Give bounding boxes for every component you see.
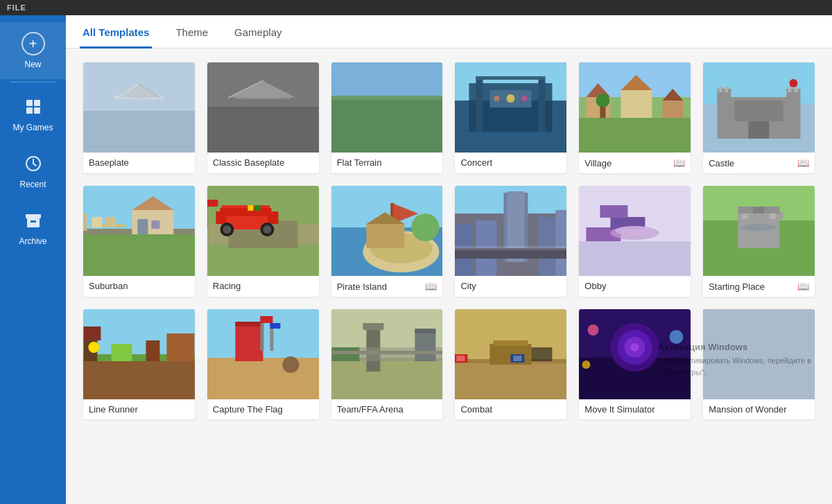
svg-rect-53 <box>788 87 792 92</box>
template-card-team-ffa-arena[interactable]: Team/FFA Arena <box>331 309 443 419</box>
template-card-concert[interactable]: Concert <box>455 62 566 173</box>
template-label-starting-place: Starting Place📖 <box>703 276 815 297</box>
tab-all-templates[interactable]: All Templates <box>80 15 152 49</box>
svg-point-32 <box>507 94 515 103</box>
template-card-capture-the-flag[interactable]: Capture The Flag <box>207 309 319 419</box>
svg-rect-100 <box>556 210 566 276</box>
title-bar-text: FILE <box>7 3 26 12</box>
thumb-svg-baseplate <box>83 62 195 153</box>
svg-rect-132 <box>235 322 263 327</box>
template-label-text-team-ffa-arena: Team/FFA Arena <box>337 404 404 415</box>
template-label-text-flat-terrain: Flat Terrain <box>337 157 382 168</box>
template-thumb-classic-baseplate <box>207 62 319 153</box>
sidebar-item-new[interactable]: + New <box>0 22 66 79</box>
svg-point-164 <box>670 330 684 344</box>
template-card-baseplate[interactable]: Baseplate <box>83 62 195 173</box>
svg-rect-124 <box>83 327 101 340</box>
book-icon-village: 📖 <box>673 157 685 168</box>
thumb-inner-team-ffa-arena <box>331 309 443 399</box>
svg-rect-148 <box>455 361 566 399</box>
svg-rect-130 <box>207 358 319 399</box>
template-card-obby[interactable]: Obby <box>579 186 691 297</box>
thumb-inner-castle <box>703 62 815 153</box>
thumb-inner-mansion-of-wonder <box>703 309 815 399</box>
template-card-move-it-simulator[interactable]: Move It Simulator <box>579 309 691 419</box>
svg-rect-83 <box>207 200 218 207</box>
template-card-classic-baseplate[interactable]: Classic Baseplate <box>207 62 319 173</box>
template-card-flat-terrain[interactable]: Flat Terrain <box>331 62 443 173</box>
svg-rect-141 <box>363 323 383 330</box>
tab-theme[interactable]: Theme <box>173 15 211 49</box>
svg-rect-29 <box>539 76 546 132</box>
template-card-racing[interactable]: Racing <box>207 186 319 297</box>
thumb-inner-city <box>455 186 566 276</box>
template-card-combat[interactable]: Combat <box>455 309 566 419</box>
svg-rect-119 <box>754 207 765 214</box>
recent-icon <box>21 152 45 175</box>
svg-point-127 <box>88 342 99 353</box>
template-thumb-combat <box>455 309 566 399</box>
tab-gameplay[interactable]: Gameplay <box>232 15 284 49</box>
templates-grid: Baseplate Classic Baseplate Flat Terrain <box>83 62 815 419</box>
thumb-inner-concert <box>455 62 566 153</box>
sidebar-item-my-games[interactable]: My Games <box>0 85 66 142</box>
template-card-starting-place[interactable]: Starting Place📖 <box>703 186 815 297</box>
thumb-inner-classic-baseplate <box>207 62 319 153</box>
thumb-inner-flat-terrain <box>331 62 443 153</box>
thumb-svg-village <box>579 62 691 153</box>
template-label-concert: Concert <box>455 153 566 173</box>
template-card-pirate-island[interactable]: Pirate Island📖 <box>331 186 443 297</box>
svg-rect-24 <box>331 96 443 100</box>
sidebar-item-new-label: New <box>24 60 41 69</box>
sidebar-item-recent[interactable]: Recent <box>0 142 66 199</box>
svg-rect-2 <box>26 107 33 114</box>
svg-rect-139 <box>331 358 443 399</box>
sidebar-item-my-games-label: My Games <box>12 123 53 132</box>
sidebar: + New My Games Re <box>0 15 66 504</box>
svg-rect-5 <box>26 214 41 218</box>
svg-point-118 <box>742 224 777 231</box>
template-label-text-classic-baseplate: Classic Baseplate <box>213 157 284 168</box>
svg-rect-66 <box>92 217 102 227</box>
sidebar-item-archive-label: Archive <box>19 236 46 246</box>
template-thumb-suburban <box>83 186 195 276</box>
thumb-svg-obby <box>579 186 691 276</box>
svg-rect-134 <box>260 316 272 323</box>
template-card-castle[interactable]: Castle📖 <box>703 62 815 173</box>
thumb-inner-move-it-simulator <box>579 309 691 399</box>
svg-rect-1 <box>34 100 40 106</box>
svg-point-34 <box>522 96 528 101</box>
template-card-city[interactable]: City <box>455 186 566 297</box>
thumb-svg-capture-the-flag <box>207 309 319 399</box>
svg-point-163 <box>588 324 599 336</box>
thumb-svg-mansion-of-wonder <box>703 309 815 399</box>
svg-point-45 <box>596 94 610 107</box>
template-label-village: Village📖 <box>579 153 691 173</box>
thumb-svg-combat <box>455 309 566 399</box>
svg-rect-59 <box>83 231 195 276</box>
svg-rect-63 <box>137 219 148 234</box>
thumb-svg-suburban <box>83 186 195 276</box>
template-label-text-mansion-of-wonder: Mansion of Wonder <box>709 404 787 415</box>
svg-rect-152 <box>532 347 553 361</box>
svg-rect-51 <box>719 87 722 92</box>
thumb-svg-classic-baseplate <box>207 62 319 153</box>
template-label-text-castle: Castle <box>709 158 734 168</box>
template-card-line-runner[interactable]: Line Runner <box>83 309 195 419</box>
svg-rect-52 <box>725 87 729 92</box>
template-thumb-starting-place <box>703 186 815 276</box>
template-label-city: City <box>455 276 566 296</box>
thumb-svg-concert <box>455 62 566 153</box>
template-label-line-runner: Line Runner <box>83 399 195 419</box>
template-card-village[interactable]: Village📖 <box>579 62 691 173</box>
template-thumb-capture-the-flag <box>207 309 319 399</box>
sidebar-item-archive[interactable]: Archive <box>0 199 66 256</box>
svg-rect-56 <box>735 101 783 121</box>
svg-rect-41 <box>663 101 684 118</box>
thumb-inner-capture-the-flag <box>207 309 319 399</box>
template-card-mansion-of-wonder[interactable]: Mansion of Wonder <box>703 309 815 419</box>
template-card-suburban[interactable]: Suburban <box>83 186 195 297</box>
svg-rect-74 <box>216 211 226 224</box>
thumb-svg-team-ffa-arena <box>331 309 443 399</box>
svg-rect-22 <box>331 62 443 97</box>
